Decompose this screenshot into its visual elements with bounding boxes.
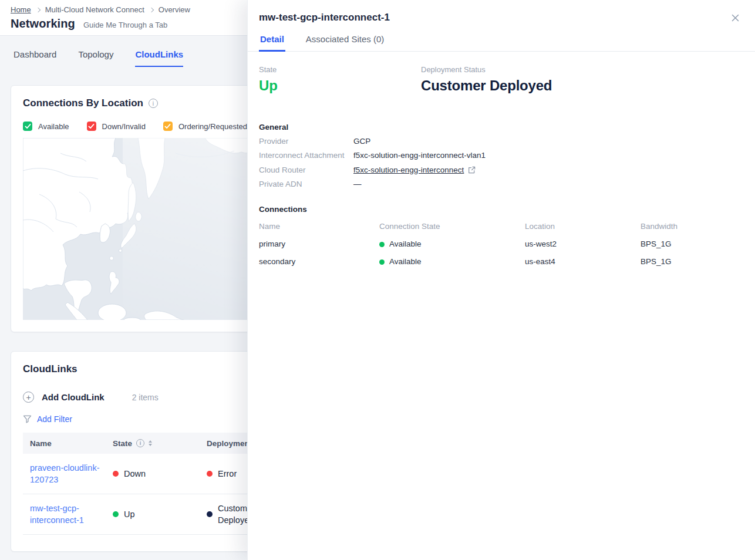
panel-tabs: Detail Associated Sites (0) (259, 34, 743, 51)
cloudlink-name-link[interactable]: mw-test-gcp-interconnect-1 (30, 502, 100, 526)
state-label: State (259, 65, 421, 74)
connection-location: us-west2 (525, 239, 641, 249)
panel-header: mw-test-gcp-interconnect-1 Detail Associ… (248, 0, 755, 52)
connection-name: primary (259, 239, 379, 249)
column-header-name: Name (259, 222, 379, 231)
guide-me-link[interactable]: Guide Me Through a Tab (83, 21, 167, 29)
connection-state: Available (389, 239, 422, 248)
connection-row: primary Available us-west2 BPS_1G (259, 239, 743, 249)
kv-row-private-adn: Private ADN — (259, 179, 743, 189)
kv-row-provider: Provider GCP (259, 136, 743, 146)
items-count: 2 items (132, 393, 159, 402)
connection-bandwidth: BPS_1G (641, 239, 743, 249)
checkbox-checked-icon[interactable] (23, 122, 32, 131)
legend-available[interactable]: Available (23, 122, 69, 131)
kv-row-cloud-router: Cloud Router f5xc-solution-engg-intercon… (259, 165, 743, 175)
deployment-dot (207, 471, 213, 477)
panel-body: State Up Deployment Status Customer Depl… (248, 52, 755, 266)
close-icon[interactable] (730, 12, 741, 23)
column-header-location: Location (525, 222, 641, 231)
legend-label: Available (38, 122, 69, 131)
kv-row-interconnect-attachment: Interconnect Attachment f5xc-solution-en… (259, 150, 743, 160)
tab-detail[interactable]: Detail (259, 34, 285, 52)
checkbox-checked-icon[interactable] (87, 122, 96, 131)
info-icon[interactable]: i (136, 439, 144, 447)
column-header-state: State i (106, 439, 200, 448)
breadcrumb-chevron-icon (35, 7, 40, 12)
breadcrumb-chevron-icon (149, 7, 154, 12)
deployment-dot (207, 511, 213, 517)
card-title-connections-by-location: Connections By Location (23, 97, 143, 109)
connections-header-row: Name Connection State Location Bandwidth (259, 222, 743, 231)
card-title-cloudlinks: CloudLinks (23, 363, 77, 375)
detail-panel: mw-test-gcp-interconnect-1 Detail Associ… (247, 0, 755, 560)
connection-name: secondary (259, 257, 379, 266)
cloudlink-name-link[interactable]: praveen-cloudlink-120723 (30, 462, 100, 485)
connection-row: secondary Available us-east4 BPS_1G (259, 257, 743, 266)
connection-bandwidth: BPS_1G (641, 257, 743, 266)
add-cloudlink-button[interactable]: + Add CloudLink (23, 392, 105, 403)
plus-circle-icon: + (23, 392, 34, 403)
tab-dashboard[interactable]: Dashboard (14, 49, 56, 67)
breadcrumb-item-overview: Overview (159, 5, 190, 14)
sort-icon[interactable] (149, 440, 152, 446)
legend-label: Down/Invalid (102, 122, 146, 131)
filter-funnel-icon (23, 415, 32, 423)
column-header-name: Name (23, 439, 106, 448)
tab-topology[interactable]: Topology (78, 49, 113, 67)
breadcrumb-item-mcn[interactable]: Multi-Cloud Network Connect (45, 5, 144, 14)
add-filter-link[interactable]: Add Filter (37, 414, 72, 424)
state-dot (379, 259, 385, 265)
general-section-heading: General (259, 123, 743, 131)
add-cloudlink-label: Add CloudLink (42, 392, 105, 402)
legend-down-invalid[interactable]: Down/Invalid (87, 122, 146, 131)
cloud-router-link[interactable]: f5xc-solution-engg-interconnect (353, 165, 464, 175)
deployment-status-label: Deployment Status (421, 65, 743, 74)
state-value: Down (124, 468, 146, 480)
state-value: Up (124, 508, 135, 520)
state-dot (113, 511, 119, 517)
column-header-connection-state: Connection State (379, 222, 525, 231)
info-icon[interactable]: i (149, 99, 158, 108)
deployment-value: Error (218, 468, 237, 480)
connection-state: Available (389, 257, 422, 266)
general-section: Provider GCP Interconnect Attachment f5x… (259, 136, 743, 190)
deployment-status-value: Customer Deployed (421, 77, 743, 94)
tab-associated-sites[interactable]: Associated Sites (0) (305, 34, 385, 52)
page-title: Networking (11, 17, 75, 31)
connections-section-heading: Connections (259, 205, 743, 214)
breadcrumb-home-link[interactable]: Home (11, 5, 31, 14)
connection-location: us-east4 (525, 257, 641, 266)
checkbox-checked-icon[interactable] (163, 122, 173, 131)
tab-cloudlinks[interactable]: CloudLinks (135, 49, 183, 67)
column-header-bandwidth: Bandwidth (641, 222, 743, 231)
state-dot (379, 242, 385, 247)
status-summary: State Up Deployment Status Customer Depl… (259, 65, 743, 94)
external-link-icon[interactable] (468, 166, 476, 174)
state-dot (113, 471, 119, 477)
state-value: Up (259, 77, 421, 94)
panel-title: mw-test-gcp-interconnect-1 (259, 12, 743, 23)
